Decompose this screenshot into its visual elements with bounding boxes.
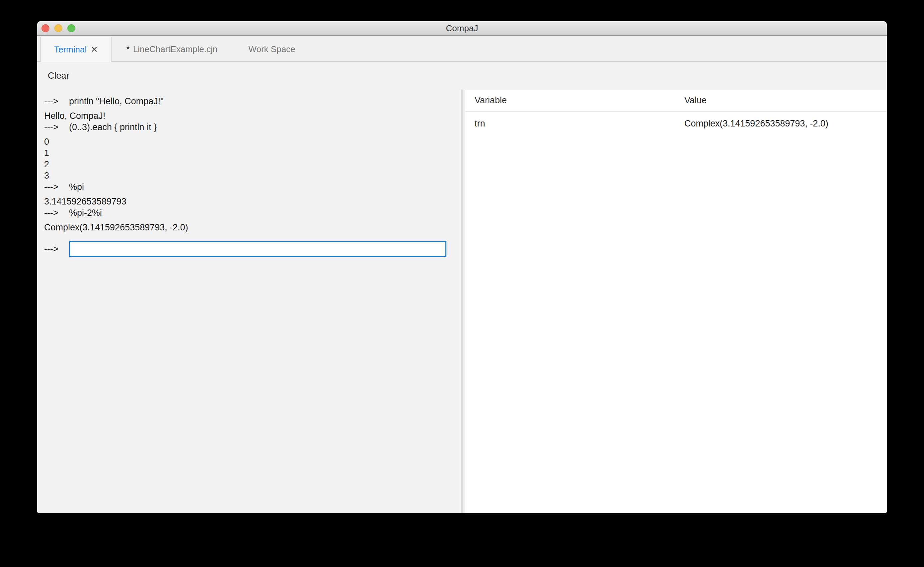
- terminal-command-line: --->println "Hello, CompaJ!": [44, 96, 461, 107]
- prompt: --->: [44, 122, 69, 133]
- terminal-output-line: 3.141592653589793: [44, 196, 461, 207]
- terminal-output-line: Complex(3.141592653589793, -2.0): [44, 222, 461, 233]
- terminal-output-line: 2: [44, 159, 461, 170]
- prompt: --->: [44, 181, 69, 192]
- close-tab-icon[interactable]: ✕: [91, 45, 98, 54]
- terminal-output-line: Hello, CompaJ!: [44, 110, 461, 122]
- unsaved-indicator: *: [126, 44, 130, 54]
- tab-workspace-label: Work Space: [248, 44, 295, 54]
- command-text: %pi: [69, 182, 84, 192]
- tab-terminal[interactable]: Terminal ✕: [40, 37, 111, 62]
- table-header-row: Variable Value: [465, 90, 887, 111]
- output-text: 3: [44, 171, 49, 181]
- window-title: CompaJ: [37, 23, 887, 33]
- variable-name-cell: trn: [465, 118, 684, 129]
- terminal-input[interactable]: [69, 241, 446, 257]
- prompt: --->: [44, 207, 69, 218]
- output-text: 3.141592653589793: [44, 196, 126, 207]
- title-bar[interactable]: CompaJ: [37, 21, 887, 36]
- terminal-output-line: 1: [44, 147, 461, 159]
- tab-workspace[interactable]: Work Space: [232, 37, 311, 62]
- terminal-command-line: --->%pi: [44, 181, 461, 192]
- output-text: Complex(3.141592653589793, -2.0): [44, 222, 188, 232]
- command-text: (0..3).each { println it }: [69, 122, 157, 132]
- prompt: --->: [44, 243, 69, 255]
- command-text: println "Hello, CompaJ!": [69, 96, 164, 106]
- terminal-toolbar: Clear: [37, 62, 887, 90]
- tab-bar: Terminal ✕ * LineChartExample.cjn Work S…: [37, 36, 887, 62]
- output-text: 2: [44, 159, 49, 169]
- terminal-command-line: --->(0..3).each { println it }: [44, 122, 461, 133]
- terminal-input-row: --->: [44, 241, 461, 257]
- terminal-output-line: 0: [44, 136, 461, 147]
- terminal-output-line: 3: [44, 170, 461, 181]
- prompt: --->: [44, 96, 69, 107]
- output-text: 0: [44, 137, 49, 147]
- clear-button[interactable]: Clear: [48, 71, 69, 81]
- variable-value-cell: Complex(3.141592653589793, -2.0): [684, 118, 887, 129]
- column-header-value[interactable]: Value: [684, 95, 887, 106]
- split-divider[interactable]: [461, 90, 465, 513]
- terminal-command-line: --->%pi-2%i: [44, 207, 461, 218]
- variables-panel: Variable Value trn Complex(3.14159265358…: [465, 90, 887, 513]
- app-window: CompaJ Terminal ✕ * LineChartExample.cjn…: [37, 21, 887, 513]
- table-row[interactable]: trn Complex(3.141592653589793, -2.0): [465, 111, 887, 135]
- terminal-panel: --->println "Hello, CompaJ!" Hello, Comp…: [37, 90, 461, 513]
- command-text: %pi-2%i: [69, 208, 102, 218]
- tab-terminal-label: Terminal: [54, 45, 87, 55]
- tab-linechartexample[interactable]: * LineChartExample.cjn: [111, 37, 232, 62]
- column-header-variable[interactable]: Variable: [465, 95, 684, 106]
- output-text: Hello, CompaJ!: [44, 111, 105, 121]
- tab-linechartexample-label: LineChartExample.cjn: [133, 44, 218, 54]
- content-area: --->println "Hello, CompaJ!" Hello, Comp…: [37, 90, 887, 513]
- output-text: 1: [44, 148, 49, 158]
